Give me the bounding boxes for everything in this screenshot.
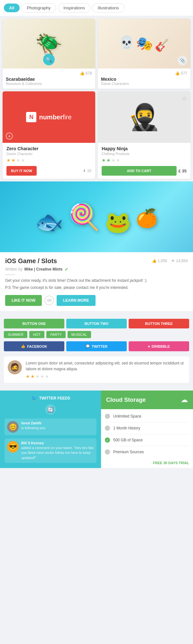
cloud-item-3: ✓ 500 GB of Space [105, 434, 189, 446]
clip-icon[interactable]: 📎 [178, 56, 187, 65]
gallery-title-scarab: Scarabaeidae [6, 77, 92, 82]
product-section: N numberfire + Zero Character Game Chara… [0, 91, 193, 181]
tab-all[interactable]: All [4, 4, 20, 12]
product-card-ninja: 🥷 ☆ Happy Ninja Clothing Products ★ ★ ★ … [98, 91, 190, 179]
tweet-item-1: 😊 Ionut Zamfir is following you [5, 419, 96, 435]
tweet-name-2: Bill S Kenney [21, 441, 94, 445]
cloud-icon: ☁ [181, 396, 188, 404]
gallery-subtitle-mexico: Game Characters [101, 82, 187, 86]
free-trial-label: FREE 30 DAYS TRIAL [101, 459, 193, 468]
product-stars-ninja: ★ ★ ★ ★ [102, 158, 187, 163]
cloud-dot-3: ✓ [105, 437, 110, 443]
learn-more-button[interactable]: LEARN MORE [57, 295, 96, 306]
product-cat-zero: Game Character [6, 152, 91, 156]
gallery-title-mexico: Mexico [101, 77, 187, 82]
button-one[interactable]: BUTTON ONE [4, 319, 64, 328]
game-description: Get your coins ready, it's slots time! C… [5, 278, 188, 283]
nav-tabs: All Photography Inspirations Illustratio… [0, 0, 193, 16]
review-stars: ★ ★ ★ ★ ★ [26, 374, 185, 379]
written-by-label: Written by [5, 267, 23, 271]
social-row: 👍 FACEBOOK 💬 TWITTER ♥ DRIBBBLE [4, 341, 189, 351]
cloud-item-text-4: Premium Sources [113, 450, 144, 454]
tag-musical[interactable]: MUSICAL [68, 331, 91, 338]
tag-summer[interactable]: SUMMER [4, 331, 27, 338]
gallery-card-scarab: 🪲 ✏️ 🔍 👍 678 Scarabaeidae Rezonum & Coll… [3, 19, 95, 89]
cloud-item-4: Premium Sources [105, 446, 189, 458]
tweet-avatar-1: 😊 [7, 421, 19, 433]
tag-row: SUMMER HOT PARTY MUSICAL [4, 331, 189, 338]
gallery-section: 🪲 ✏️ 🔍 👍 678 Scarabaeidae Rezonum & Coll… [0, 16, 193, 91]
cloud-widget-header: Cloud Storage ☁ [101, 391, 193, 409]
tab-inspirations[interactable]: Inspirations [58, 3, 90, 13]
twitter-widget-header: 🐦 TWITTER FEEDS [5, 395, 96, 401]
like-count-mexico: 577 [181, 71, 187, 76]
cloud-title: Cloud Storage [106, 397, 146, 403]
add-cart-button[interactable]: ADD TO CART [102, 166, 177, 176]
button-three[interactable]: BUTTON THREE [129, 319, 189, 328]
tab-illustrations[interactable]: Illustrations [92, 3, 124, 13]
game-author: Mike | Creative Mints [24, 267, 63, 271]
game-description2: P.S The game concept is for sale, please… [5, 285, 188, 290]
or-badge: OR [44, 296, 54, 305]
tweet-avatar-2: 😎 [7, 441, 19, 453]
cloud-dot-4 [105, 449, 110, 455]
game-title: iOS Game / Slots [5, 257, 57, 265]
product-stars-zero: ★ ★ ★ ★ [6, 158, 91, 163]
game-banner: 🐟 🍭 🐸 🍊 [0, 181, 193, 252]
download-info: ⬇ 10 [83, 169, 91, 173]
product-cat-ninja: Clothing Products [102, 152, 187, 156]
gallery-card-mexico: 💀 🎭 🎸 📎 👍 577 Mexico Game Characters [98, 19, 190, 89]
add-icon[interactable]: + [6, 133, 13, 140]
game-info-section: iOS Game / Slots 👍 1,056 👁 14,854 Writte… [0, 252, 193, 311]
cloud-dot-1 [105, 414, 110, 419]
like-now-button[interactable]: LIKE IT NOW [5, 295, 42, 306]
cloud-dot-2 [105, 426, 110, 431]
search-overlay-btn[interactable]: 🔍 [43, 54, 55, 65]
like-icon: 👍 [80, 71, 85, 76]
review-text: Lorem ipsum dolor sit amet, consectetur … [26, 360, 185, 372]
dribbble-icon: ♥ [148, 345, 150, 348]
twitter-button[interactable]: 💬 TWITTER [66, 341, 127, 351]
facebook-icon: 👍 [21, 344, 25, 348]
like-count-scarab: 678 [86, 71, 92, 76]
tab-photography[interactable]: Photography [22, 3, 56, 13]
tweet-text-1: is following you [21, 426, 45, 430]
product-name-zero: Zero Character [6, 146, 91, 151]
verified-icon: ✔ [65, 267, 69, 272]
game-divider [5, 274, 15, 275]
twitter-widget: 🐦 TWITTER FEEDS 🔄 😊 Ionut Zamfir is foll… [0, 391, 101, 468]
bottom-widgets: 🐦 TWITTER FEEDS 🔄 😊 Ionut Zamfir is foll… [0, 391, 193, 468]
cloud-item-2: 1 Month History [105, 422, 189, 434]
facebook-button[interactable]: 👍 FACEBOOK [4, 341, 64, 351]
star-icon[interactable]: ☆ [181, 95, 187, 102]
cloud-item-text-2: 1 Month History [113, 426, 140, 430]
product-name-ninja: Happy Ninja [102, 146, 187, 151]
cloud-item-text-3: 500 GB of Space [113, 438, 142, 442]
numberfire-logo: N numberfire [26, 112, 71, 122]
tag-party[interactable]: PARTY [46, 331, 66, 338]
cloud-item-1: Unlimited Space [105, 410, 189, 422]
mexico-illustration: 💀 🎭 🎸 [119, 36, 169, 51]
cloud-item-text-1: Unlimited Space [113, 414, 141, 419]
tweet-text-2: added a comment on your tweet. "Hey bro … [21, 446, 94, 460]
gallery-subtitle-scarab: Rezonum & Collectoris [6, 82, 92, 86]
btn-row-1: BUTTON ONE BUTTON TWO BUTTON THREE [4, 319, 189, 328]
review-block: 🧔 Lorem ipsum dolor sit amet, consectetu… [4, 356, 189, 383]
tag-hot[interactable]: HOT [29, 331, 44, 338]
twitter-icon: 💬 [86, 344, 90, 348]
game-stats: 👍 1,056 👁 14,854 [152, 259, 188, 263]
cloud-widget: Cloud Storage ☁ Unlimited Space 1 Month … [101, 391, 193, 468]
dribbble-button[interactable]: ♥ DRIBBBLE [129, 341, 189, 351]
twitter-refresh-btn[interactable]: 🔄 [45, 404, 56, 415]
button-showcase: BUTTON ONE BUTTON TWO BUTTON THREE SUMME… [0, 314, 193, 388]
product-card-zero: N numberfire + Zero Character Game Chara… [3, 91, 95, 179]
price-tag: £ 35 [179, 169, 187, 173]
cloud-list: Unlimited Space 1 Month History ✓ 500 GB… [101, 409, 193, 459]
reviewer-avatar: 🧔 [8, 360, 22, 374]
hoodie-figure: 🥷 [128, 104, 160, 130]
tweet-name-1: Ionut Zamfir [21, 421, 45, 425]
twitter-bird-icon: 🐦 [31, 395, 37, 401]
buy-now-button[interactable]: BUY IT NOW [6, 166, 37, 176]
button-two[interactable]: BUTTON TWO [66, 319, 127, 328]
tweet-item-2: 😎 Bill S Kenney added a comment on your … [5, 438, 96, 463]
